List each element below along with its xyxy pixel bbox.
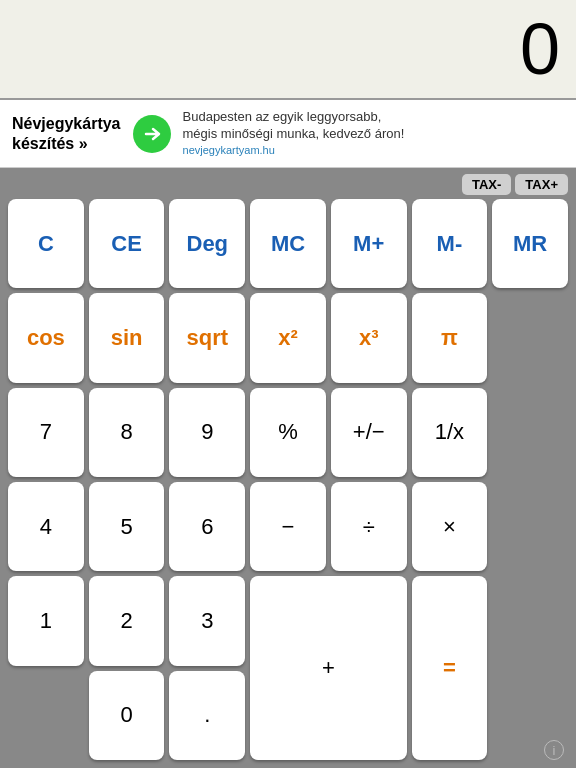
- one-button[interactable]: 1: [8, 576, 84, 665]
- minus-button[interactable]: −: [250, 482, 326, 571]
- button-grid: C CE Deg MC M+ M- MR cos sin sqrt x² x³ …: [8, 199, 568, 760]
- plusminus-button[interactable]: +/−: [331, 388, 407, 477]
- nine-button[interactable]: 9: [169, 388, 245, 477]
- eight-button[interactable]: 8: [89, 388, 165, 477]
- decimal-button[interactable]: .: [169, 671, 245, 760]
- mr-button[interactable]: MR: [492, 199, 568, 288]
- x3-button[interactable]: x³: [331, 293, 407, 382]
- sqrt-button[interactable]: sqrt: [169, 293, 245, 382]
- m-plus-button[interactable]: M+: [331, 199, 407, 288]
- five-button[interactable]: 5: [89, 482, 165, 571]
- tax-plus-button[interactable]: TAX+: [515, 174, 568, 195]
- tax-row: TAX- TAX+: [8, 174, 568, 195]
- plus-button[interactable]: +: [250, 576, 406, 760]
- ad-arrow-icon[interactable]: [133, 115, 171, 153]
- empty-r4c7: [492, 482, 568, 571]
- multiply-button[interactable]: ×: [412, 482, 488, 571]
- equals-button[interactable]: =: [412, 576, 488, 760]
- four-button[interactable]: 4: [8, 482, 84, 571]
- reciprocal-button[interactable]: 1/x: [412, 388, 488, 477]
- ad-text-right: Budapesten az egyik leggyorsabb, mégis m…: [183, 109, 564, 157]
- info-icon[interactable]: i: [544, 740, 564, 760]
- ad-text-left: Névjegykártyakészítés »: [12, 114, 121, 152]
- mc-button[interactable]: MC: [250, 199, 326, 288]
- sin-button[interactable]: sin: [89, 293, 165, 382]
- cos-button[interactable]: cos: [8, 293, 84, 382]
- deg-button[interactable]: Deg: [169, 199, 245, 288]
- six-button[interactable]: 6: [169, 482, 245, 571]
- m-minus-button[interactable]: M-: [412, 199, 488, 288]
- empty-r3c7: [492, 388, 568, 477]
- pi-button[interactable]: π: [412, 293, 488, 382]
- display-value: 0: [520, 8, 558, 90]
- ad-url: nevjegykartyam.hu: [183, 143, 564, 157]
- seven-button[interactable]: 7: [8, 388, 84, 477]
- divide-button[interactable]: ÷: [331, 482, 407, 571]
- empty-r2c7: [492, 293, 568, 382]
- zero-button[interactable]: 0: [89, 671, 165, 760]
- ce-button[interactable]: CE: [89, 199, 165, 288]
- display-area: 0: [0, 0, 576, 100]
- percent-button[interactable]: %: [250, 388, 326, 477]
- empty-r6c1: [8, 671, 84, 760]
- empty-r5c7: [492, 576, 568, 665]
- ad-banner[interactable]: Névjegykártyakészítés » Budapesten az eg…: [0, 100, 576, 168]
- three-button[interactable]: 3: [169, 576, 245, 665]
- two-button[interactable]: 2: [89, 576, 165, 665]
- calc-body: TAX- TAX+ C CE Deg MC M+ M- MR cos sin s…: [0, 168, 576, 768]
- clear-button[interactable]: C: [8, 199, 84, 288]
- x2-button[interactable]: x²: [250, 293, 326, 382]
- tax-minus-button[interactable]: TAX-: [462, 174, 511, 195]
